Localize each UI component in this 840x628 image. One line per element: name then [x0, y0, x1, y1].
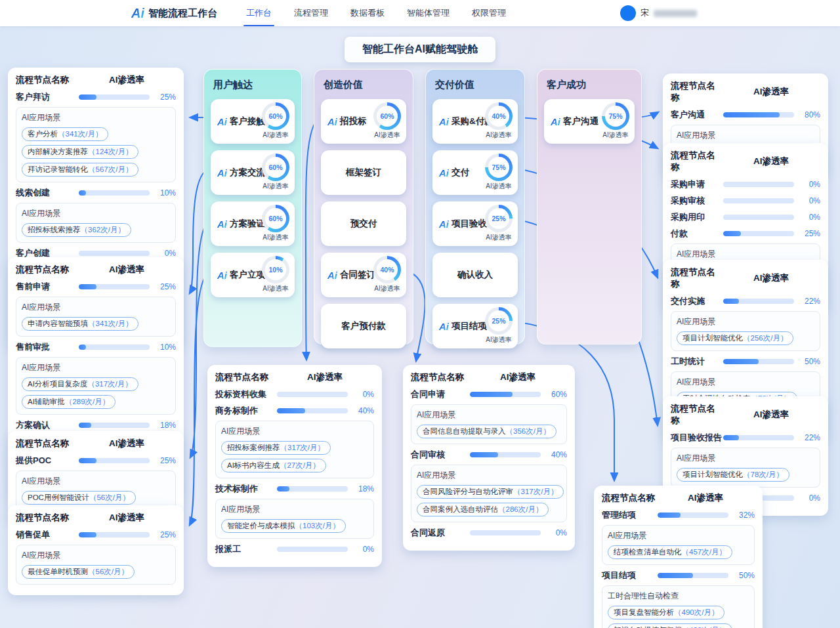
scenario-tags: POC用例智能设计（56次/月） — [22, 491, 170, 505]
node-name: 客户预付款 — [341, 320, 386, 332]
donut-caption: AI渗透率 — [262, 284, 288, 293]
scenario-tag: 合同案例入选自动评估（286次/月） — [417, 503, 549, 516]
node-row: 合同返原0% — [411, 527, 567, 539]
process-node-card[interactable]: Ai项目结项25%AI渗透率 — [432, 304, 518, 348]
scenario-label: AI应用场景 — [417, 470, 561, 481]
scenario-label: AI应用场景 — [22, 476, 170, 487]
rate-progress-fill — [470, 452, 498, 457]
nav-permission-management[interactable]: 权限管理 — [472, 0, 506, 26]
node-name: 方案验证 — [230, 218, 265, 230]
node-column-header: 流程节点名称 — [16, 74, 77, 86]
node-row: 采购用印0% — [671, 211, 820, 223]
rate-percentage: 25% — [150, 93, 176, 102]
node-row-name: 采购审核 — [671, 195, 723, 207]
scenario-tags: 招投标案例推荐（317次/月）AI标书内容生成（27次/月） — [221, 441, 368, 472]
scenario-tags: 最佳促单时机预测（56次/月） — [22, 565, 170, 579]
node-column-header: 流程节点名称 — [16, 512, 77, 524]
process-node-card[interactable]: Ai合同签订40%AI渗透率 — [321, 253, 406, 297]
scenario-tag: 招投标案例推荐（317次/月） — [221, 441, 331, 455]
scenario-tag: 合同风险评分与自动化评审（317次/月） — [417, 485, 564, 499]
process-node-card[interactable]: Ai方案交流60%AI渗透率 — [211, 150, 295, 195]
scenario-tag-count: （56次/月） — [88, 567, 129, 577]
scenario-label: AI应用场景 — [417, 409, 561, 421]
ai-icon: Ai — [217, 219, 227, 230]
scenario-tag-name: 结项检查清单自动化 — [614, 547, 682, 557]
node-column-header: 流程节点名称 — [671, 150, 722, 173]
process-node-card[interactable]: Ai客户立项10%AI渗透率 — [211, 253, 295, 297]
nav-data-dashboard[interactable]: 数据看板 — [350, 0, 385, 26]
node-row-name: 采购申请 — [671, 178, 723, 190]
donut-value: 60% — [265, 106, 286, 127]
nav-agent-management[interactable]: 智能体管理 — [407, 0, 450, 26]
scenario-box: AI应用场景AI分析项目复杂度（317次/月）AI辅助审批（289次/月） — [16, 357, 176, 415]
scenario-tag-count: （457次/月） — [682, 547, 726, 557]
user-menu[interactable]: 宋 — [620, 0, 697, 26]
rate-progress-fill — [79, 190, 86, 196]
scenario-box: AI应用场景POC用例智能设计（56次/月） — [16, 471, 176, 511]
node-row: 报派工0% — [215, 543, 374, 555]
rate-percentage: 25% — [794, 229, 820, 238]
nav-workbench[interactable]: 工作台 — [246, 0, 272, 26]
stage-cards: Ai招投标60%AI渗透率框架签订预交付Ai合同签订40%AI渗透率客户预付款 — [321, 99, 406, 348]
rate-progress-fill — [277, 408, 305, 413]
scenario-box: AI应用场景结项检查清单自动化（457次/月） — [602, 525, 755, 565]
process-node-card[interactable]: 客户预付款 — [321, 304, 406, 348]
node-column-header: 流程节点名称 — [16, 438, 77, 450]
ai-icon: Ai — [439, 321, 449, 332]
scenario-tag-name: AI标书内容生成 — [227, 461, 280, 471]
node-row: 工时统计50% — [671, 356, 820, 367]
node-row: 投标资料收集0% — [215, 388, 374, 400]
process-node-card[interactable]: Ai方案验证60%AI渗透率 — [211, 201, 295, 246]
donut-value: 40% — [488, 106, 509, 127]
scenario-tag: 项目计划智能优化（78次/月） — [677, 468, 789, 482]
node-name: 项目结项 — [452, 320, 487, 332]
process-node-card[interactable]: Ai客户接触60%AI渗透率 — [211, 99, 295, 144]
process-node-card[interactable]: Ai采购&付款40%AI渗透率 — [432, 99, 518, 144]
rate-percentage: 22% — [794, 433, 820, 442]
donut-value: 60% — [377, 106, 398, 127]
ai-icon: Ai — [439, 116, 449, 127]
node-row-name: 售前申请 — [16, 281, 79, 293]
scenario-label: AI应用场景 — [677, 316, 814, 327]
process-node-card[interactable]: Ai招投标60%AI渗透率 — [321, 99, 406, 144]
avatar[interactable] — [620, 5, 636, 21]
node-column-header: 流程节点名称 — [671, 266, 722, 290]
node-donut-area: 75%AI渗透率 — [602, 102, 629, 140]
donut-caption: AI渗透率 — [486, 335, 511, 345]
scenario-tag-name: 项目计划智能优化 — [682, 470, 743, 480]
node-column-header: 流程节点名称 — [671, 80, 722, 104]
rate-percentage: 50% — [728, 571, 755, 580]
process-node-card[interactable]: Ai项目验收25%AI渗透率 — [432, 201, 518, 246]
panel-header: 流程节点名称AI渗透率 — [671, 403, 820, 427]
rate-column-header: AI渗透率 — [77, 264, 176, 276]
scenario-tag-count: （341次/月） — [58, 129, 102, 139]
app-logo: Ai 智能流程工作台 — [131, 7, 217, 20]
scenario-tag-name: 客户分析 — [28, 129, 58, 139]
scenario-box: 工时合理性自动检查项目复盘智能分析（490次/月）知识自动提炼与归档（490次/… — [602, 585, 755, 628]
process-node-card[interactable]: Ai客户沟通75%AI渗透率 — [544, 99, 635, 144]
scenario-tag-count: （341次/月） — [88, 319, 133, 329]
process-node-card[interactable]: Ai交付75%AI渗透率 — [432, 150, 518, 195]
donut-caption: AI渗透率 — [374, 131, 400, 140]
donut-caption: AI渗透率 — [486, 131, 511, 140]
nav-process-management[interactable]: 流程管理 — [294, 0, 328, 26]
scenario-tags: 合同风险评分与自动化评审（317次/月）合同案例入选自动评估（286次/月） — [417, 485, 561, 516]
process-node-card[interactable]: 确认收入 — [432, 253, 518, 297]
scenario-tags: 项目计划智能优化（256次/月） — [677, 331, 814, 345]
process-node-card[interactable]: 框架签订 — [321, 150, 406, 195]
scenario-tag-name: 项目复盘智能分析 — [614, 608, 674, 618]
ai-icon: Ai — [217, 116, 227, 127]
scenario-tag-count: （362次/月） — [81, 225, 125, 235]
rate-progress-bar — [723, 182, 794, 187]
node-name: 客户沟通 — [563, 115, 598, 127]
panel-header: 流程节点名称AI渗透率 — [16, 74, 176, 86]
donut-caption: AI渗透率 — [262, 233, 288, 242]
donut-value: 75% — [605, 106, 626, 127]
rate-percentage: 40% — [348, 406, 374, 415]
stage-cards: Ai客户沟通75%AI渗透率 — [544, 99, 635, 144]
node-row-name: 技术标制作 — [215, 483, 277, 495]
process-node-card[interactable]: 预交付 — [321, 201, 406, 246]
node-row: 采购审核0% — [671, 195, 820, 207]
scenario-tag-count: （78次/月） — [743, 470, 784, 480]
donut-caption: AI渗透率 — [602, 131, 628, 140]
